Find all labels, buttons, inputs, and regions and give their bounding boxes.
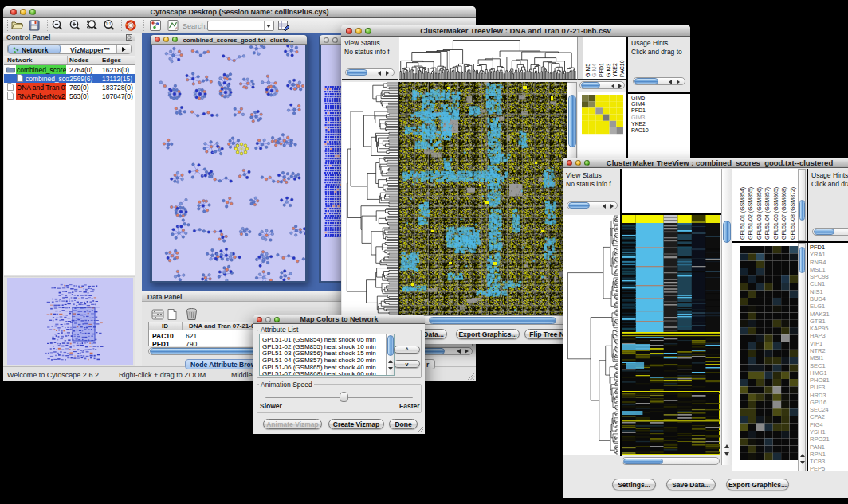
svg-text:1:1: 1:1 bbox=[106, 21, 112, 26]
